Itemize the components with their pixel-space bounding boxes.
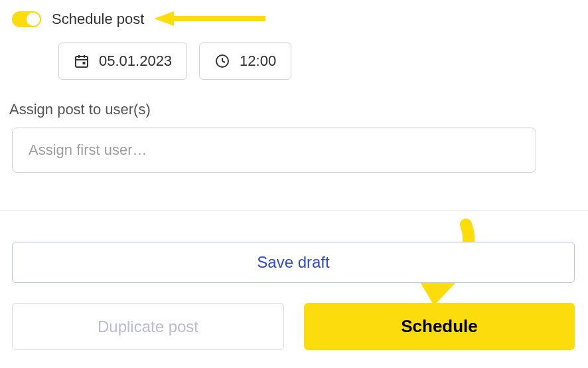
time-picker[interactable]: 12:00 xyxy=(199,43,291,80)
toggle-knob xyxy=(27,13,40,26)
svg-rect-2 xyxy=(76,56,88,67)
schedule-post-label: Schedule post xyxy=(52,11,144,28)
assign-user-input[interactable] xyxy=(12,128,536,173)
svg-rect-6 xyxy=(83,62,86,64)
date-value: 05.01.2023 xyxy=(99,52,172,70)
assign-label: Assign post to user(s) xyxy=(9,101,576,118)
time-value: 12:00 xyxy=(240,52,276,70)
schedule-post-toggle[interactable] xyxy=(12,11,41,27)
date-picker[interactable]: 05.01.2023 xyxy=(58,43,187,80)
schedule-button[interactable]: Schedule xyxy=(304,303,575,350)
duplicate-post-button[interactable]: Duplicate post xyxy=(12,303,284,350)
svg-line-9 xyxy=(222,61,225,62)
clock-icon xyxy=(214,53,230,69)
divider xyxy=(0,210,588,211)
save-draft-button[interactable]: Save draft xyxy=(12,242,575,283)
calendar-icon xyxy=(74,53,90,69)
